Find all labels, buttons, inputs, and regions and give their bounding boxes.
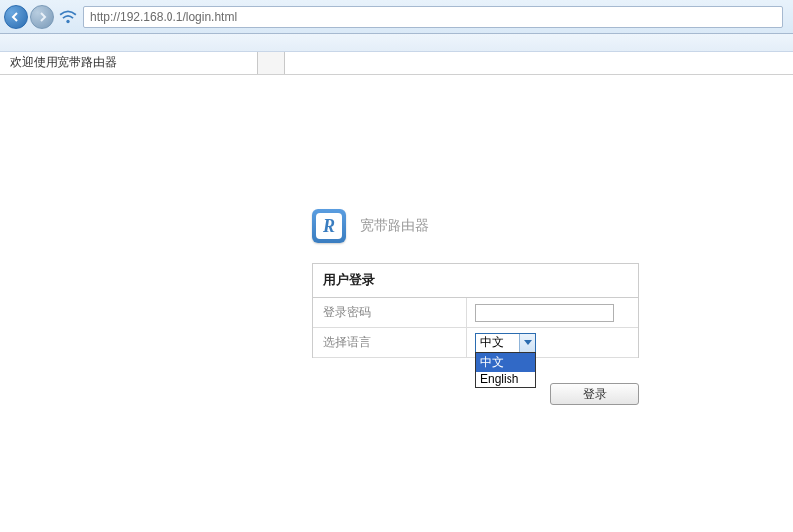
language-row: 选择语言 中文 中文 English	[313, 328, 638, 358]
forward-button[interactable]	[30, 5, 54, 29]
tab-active[interactable]: 欢迎使用宽带路由器	[0, 52, 258, 74]
logo-letter: R	[316, 213, 342, 239]
back-button[interactable]	[4, 5, 28, 29]
wifi-icon	[59, 8, 77, 26]
login-box: 用户登录 登录密码 选择语言 中文 中文	[312, 263, 639, 358]
back-arrow-icon	[10, 11, 22, 23]
language-option-zh[interactable]: 中文	[476, 353, 535, 372]
brand-row: R 宽带路由器	[312, 209, 639, 243]
language-selected-value: 中文	[476, 334, 519, 351]
login-header: 用户登录	[313, 264, 638, 298]
login-wrapper: R 宽带路由器 用户登录 登录密码 选择语言 中文	[312, 209, 639, 383]
address-bar[interactable]: http://192.168.0.1/login.html	[83, 6, 783, 28]
language-label: 选择语言	[313, 328, 467, 357]
tab-title: 欢迎使用宽带路由器	[10, 54, 117, 71]
svg-point-0	[66, 19, 69, 22]
language-dropdown: 中文 English	[475, 352, 536, 388]
browser-toolbar: http://192.168.0.1/login.html	[0, 0, 793, 34]
language-cell: 中文 中文 English	[467, 328, 638, 357]
login-button[interactable]: 登录	[550, 383, 639, 405]
password-row: 登录密码	[313, 298, 638, 328]
url-text: http://192.168.0.1/login.html	[90, 10, 237, 24]
password-label: 登录密码	[313, 298, 467, 327]
language-option-en[interactable]: English	[476, 372, 535, 387]
forward-arrow-icon	[36, 11, 48, 23]
chevron-down-icon	[519, 334, 535, 352]
new-tab-button[interactable]	[258, 52, 285, 74]
tab-row: 欢迎使用宽带路由器	[0, 52, 793, 75]
tab-strip-bg	[0, 34, 793, 52]
brand-name: 宽带路由器	[360, 217, 429, 235]
page-content: R 宽带路由器 用户登录 登录密码 选择语言 中文	[0, 75, 793, 532]
language-select[interactable]: 中文	[475, 333, 536, 353]
password-cell	[467, 298, 638, 327]
logo-icon: R	[312, 209, 346, 243]
password-input[interactable]	[475, 304, 614, 322]
